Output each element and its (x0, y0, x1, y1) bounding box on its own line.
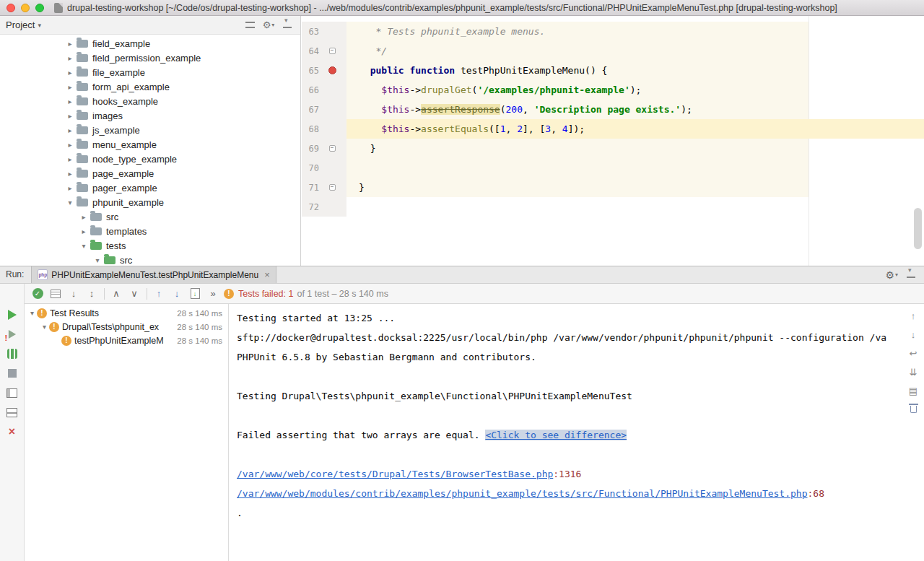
restore-layout-icon[interactable] (6, 386, 19, 399)
project-tree-item[interactable]: ▸images (0, 108, 300, 123)
zoom-window-button[interactable] (35, 4, 44, 12)
soft-wrap-icon[interactable]: ↩ (907, 347, 920, 359)
collapse-panel-icon[interactable] (907, 266, 915, 283)
code-line[interactable]: 71−} (302, 178, 924, 197)
code-line[interactable]: 72 (302, 197, 924, 217)
failed-test-gutter-icon[interactable] (328, 66, 336, 74)
code-line[interactable]: 66 $this->drupalGet('/examples/phpunit-e… (302, 80, 924, 100)
project-tree-item[interactable]: ▾phpunit_example (0, 195, 300, 209)
collapse-all-icon[interactable]: ∧ (109, 287, 123, 301)
chevron-down-icon[interactable]: ▾ (79, 242, 89, 250)
close-window-button[interactable] (6, 4, 15, 12)
rerun-test-icon[interactable] (6, 308, 19, 321)
print-icon[interactable]: ▤ (907, 385, 920, 396)
test-tree-item[interactable]: !testPhpUnitExampleM28 s 140 ms (25, 334, 228, 347)
chevron-right-icon[interactable]: ▸ (65, 126, 75, 134)
up-stack-trace-icon[interactable]: ↑ (907, 310, 920, 321)
chevron-right-icon[interactable]: ▸ (65, 69, 75, 77)
code-token: , (523, 104, 534, 115)
project-tree-item[interactable]: ▸node_type_example (0, 152, 300, 166)
code-line[interactable]: 63 * Tests phpunit_example menus. (302, 22, 924, 41)
close-tab-icon[interactable]: × (264, 269, 270, 280)
console-output[interactable]: Testing started at 13:25 ...sftp://docke… (230, 304, 924, 561)
tests-failed-icon: ! (224, 289, 234, 299)
console-link[interactable]: /var/www/web/modules/contrib/examples/ph… (237, 488, 808, 499)
project-tree-item[interactable]: ▸menu_example (0, 137, 300, 152)
run-panel: Run: php PHPUnitExampleMenuTest.testPhpU… (0, 266, 924, 561)
test-tree-item[interactable]: ▾!Drupal\Tests\phpunit_ex28 s 140 ms (25, 320, 228, 334)
down-stack-trace-icon[interactable]: ↓ (907, 329, 920, 340)
stop-icon[interactable] (6, 367, 19, 380)
pin-tab-icon[interactable] (6, 406, 19, 419)
code-line[interactable]: 69− } (302, 139, 924, 158)
chevron-right-icon[interactable]: ▸ (65, 97, 75, 105)
project-tree-item[interactable]: ▸field_permission_example (0, 51, 300, 65)
run-left-toolbar: ! × (0, 284, 25, 561)
code-line[interactable]: 65 public function testPhpUnitExampleMen… (302, 61, 924, 80)
hide-panel-icon[interactable] (280, 19, 295, 32)
chevron-right-icon[interactable]: ▸ (65, 40, 75, 48)
chevron-down-icon[interactable]: ▾ (38, 22, 41, 29)
clear-console-icon[interactable] (907, 404, 920, 415)
code-line[interactable]: 64− */ (302, 41, 924, 61)
project-tree-item[interactable]: ▸form_api_example (0, 79, 300, 94)
chevron-right-icon[interactable]: ▸ (65, 141, 75, 149)
run-settings-gear-icon[interactable]: ⚙▾ (885, 266, 898, 283)
chevron-right-icon[interactable]: ▸ (65, 83, 75, 91)
view-options-icon[interactable] (243, 19, 257, 32)
chevron-right-icon[interactable]: ▸ (65, 112, 75, 120)
chevron-down-icon[interactable]: ▾ (27, 309, 37, 317)
project-tree-item[interactable]: ▸pager_example (0, 181, 300, 195)
chevron-down-icon[interactable]: ▾ (92, 256, 103, 264)
gutter: 67 (302, 100, 346, 119)
rerun-failed-tests-icon[interactable]: ! (6, 328, 19, 341)
chevron-down-icon[interactable]: ▾ (65, 199, 75, 206)
test-tree-item[interactable]: ▾!Test Results28 s 140 ms (25, 306, 228, 320)
chevron-right-icon[interactable]: ▸ (65, 184, 75, 192)
chevron-right-icon[interactable]: ▸ (79, 227, 89, 235)
project-tree-item[interactable]: ▸page_example (0, 166, 300, 181)
chevron-right-icon[interactable]: ▸ (65, 170, 75, 178)
project-tree-item[interactable]: ▸templates (0, 224, 300, 238)
fold-marker-icon[interactable]: − (329, 145, 336, 152)
chevron-right-icon[interactable]: ▸ (79, 213, 89, 221)
project-tree-item[interactable]: ▸file_example (0, 65, 300, 79)
expand-all-icon[interactable]: ∨ (127, 287, 141, 301)
show-passed-icon[interactable]: ✓ (30, 287, 45, 301)
code-line[interactable]: 70 (302, 158, 924, 178)
project-tree-item[interactable]: ▸hooks_example (0, 94, 300, 108)
sort-alphabetically-icon[interactable]: ↕ (84, 287, 99, 301)
previous-failed-test-icon[interactable]: ↑ (152, 287, 166, 301)
minimize-window-button[interactable] (21, 4, 30, 12)
project-panel-title[interactable]: Project (6, 19, 35, 30)
gear-icon[interactable]: ⚙▾ (261, 19, 276, 32)
more-actions-icon[interactable]: » (206, 287, 220, 301)
project-tree-item[interactable]: ▸field_example (0, 36, 300, 51)
close-panel-icon[interactable]: × (6, 425, 19, 438)
fold-marker-icon[interactable]: − (329, 48, 336, 54)
scroll-to-end-icon[interactable]: ⇊ (907, 366, 920, 378)
sort-by-duration-icon[interactable]: ↓ (66, 287, 81, 301)
editor-scrollbar[interactable] (914, 208, 922, 249)
next-failed-test-icon[interactable]: ↓ (170, 287, 184, 301)
editor[interactable]: 63 * Tests phpunit_example menus.64− */6… (302, 16, 924, 266)
chevron-right-icon[interactable]: ▸ (65, 155, 75, 163)
project-tree-item[interactable]: ▾src (0, 253, 300, 266)
code-line[interactable]: 67 $this->assertResponse(200, 'Descripti… (302, 100, 924, 119)
project-tree-item[interactable]: ▸src (0, 209, 300, 224)
code-token: 200 (506, 104, 523, 115)
import-test-results-icon[interactable]: ↓ (188, 287, 202, 301)
project-tree-item[interactable]: ▾tests (0, 238, 300, 253)
run-tab[interactable]: php PHPUnitExampleMenuTest.testPhpUnitEx… (31, 266, 276, 283)
chevron-right-icon[interactable]: ▸ (65, 54, 75, 62)
code-token: testPhpUnitExampleMenu() { (455, 65, 607, 76)
code-line[interactable]: 68 $this->assertEquals([1, 2], [3, 4]); (302, 119, 924, 139)
show-ignored-icon[interactable] (48, 287, 63, 301)
chevron-down-icon[interactable]: ▾ (40, 323, 49, 331)
console-link[interactable]: /var/www/web/core/tests/Drupal/Tests/Bro… (237, 469, 553, 479)
console-link[interactable]: <Click to see difference> (485, 430, 627, 440)
project-tree-item[interactable]: ▸js_example (0, 123, 300, 137)
fold-marker-icon[interactable]: − (329, 184, 336, 191)
toggle-auto-test-icon[interactable] (6, 347, 19, 360)
editor-lines: 63 * Tests phpunit_example menus.64− */6… (302, 16, 924, 266)
